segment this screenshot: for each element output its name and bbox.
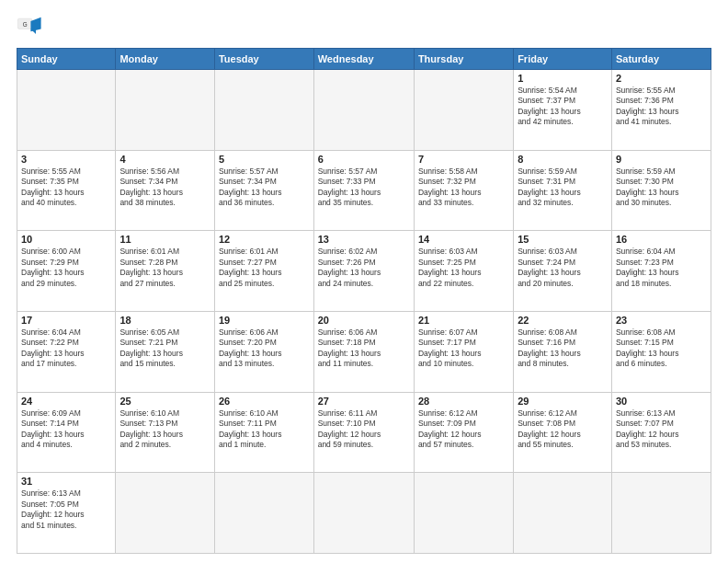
calendar-cell	[116, 473, 215, 554]
day-info: Sunrise: 6:13 AM Sunset: 7:05 PM Dayligh…	[21, 488, 111, 531]
day-number: 26	[219, 396, 310, 407]
generalblue-logo-icon: G	[17, 15, 42, 40]
day-info: Sunrise: 6:11 AM Sunset: 7:10 PM Dayligh…	[318, 408, 410, 451]
day-info: Sunrise: 6:00 AM Sunset: 7:29 PM Dayligh…	[21, 247, 111, 289]
day-info: Sunrise: 6:08 AM Sunset: 7:15 PM Dayligh…	[616, 327, 707, 370]
day-info: Sunrise: 6:06 AM Sunset: 7:20 PM Dayligh…	[219, 327, 310, 370]
day-number: 10	[21, 234, 111, 245]
calendar-cell: 20Sunrise: 6:06 AM Sunset: 7:18 PM Dayli…	[313, 311, 414, 392]
svg-marker-3	[30, 29, 36, 34]
calendar-cell: 19Sunrise: 6:06 AM Sunset: 7:20 PM Dayli…	[214, 311, 313, 392]
day-number: 11	[119, 234, 210, 245]
logo: G	[17, 15, 46, 40]
day-info: Sunrise: 6:06 AM Sunset: 7:18 PM Dayligh…	[318, 327, 410, 370]
calendar-table: SundayMondayTuesdayWednesdayThursdayFrid…	[17, 48, 711, 554]
calendar-cell: 17Sunrise: 6:04 AM Sunset: 7:22 PM Dayli…	[17, 311, 116, 392]
day-number: 9	[616, 154, 707, 165]
day-info: Sunrise: 6:07 AM Sunset: 7:17 PM Dayligh…	[418, 327, 509, 370]
calendar-cell	[17, 70, 116, 151]
calendar-cell	[116, 70, 215, 151]
day-number: 4	[119, 154, 210, 165]
day-number: 21	[418, 315, 509, 326]
day-info: Sunrise: 6:05 AM Sunset: 7:21 PM Dayligh…	[119, 327, 210, 370]
day-info: Sunrise: 6:04 AM Sunset: 7:22 PM Dayligh…	[21, 327, 111, 370]
day-info: Sunrise: 6:01 AM Sunset: 7:27 PM Dayligh…	[219, 247, 310, 289]
calendar-cell: 31Sunrise: 6:13 AM Sunset: 7:05 PM Dayli…	[17, 473, 116, 554]
day-number: 18	[119, 315, 210, 326]
day-info: Sunrise: 5:57 AM Sunset: 7:34 PM Dayligh…	[219, 167, 310, 209]
calendar-cell: 28Sunrise: 6:12 AM Sunset: 7:09 PM Dayli…	[414, 392, 513, 473]
day-number: 31	[21, 476, 111, 487]
day-info: Sunrise: 6:03 AM Sunset: 7:24 PM Dayligh…	[518, 247, 608, 289]
day-number: 16	[616, 234, 707, 245]
calendar-cell	[414, 70, 513, 151]
calendar-cell	[313, 70, 414, 151]
calendar-week-4: 17Sunrise: 6:04 AM Sunset: 7:22 PM Dayli…	[17, 311, 711, 392]
calendar-cell: 5Sunrise: 5:57 AM Sunset: 7:34 PM Daylig…	[214, 150, 313, 231]
calendar-cell: 3Sunrise: 5:55 AM Sunset: 7:35 PM Daylig…	[17, 150, 116, 231]
day-info: Sunrise: 5:57 AM Sunset: 7:33 PM Dayligh…	[318, 167, 410, 209]
calendar-week-2: 3Sunrise: 5:55 AM Sunset: 7:35 PM Daylig…	[17, 150, 711, 231]
calendar-cell: 27Sunrise: 6:11 AM Sunset: 7:10 PM Dayli…	[313, 392, 414, 473]
calendar-cell: 13Sunrise: 6:02 AM Sunset: 7:26 PM Dayli…	[313, 231, 414, 312]
day-number: 7	[418, 154, 509, 165]
day-number: 23	[616, 315, 707, 326]
calendar-week-3: 10Sunrise: 6:00 AM Sunset: 7:29 PM Dayli…	[17, 231, 711, 312]
day-number: 12	[219, 234, 310, 245]
calendar-cell: 11Sunrise: 6:01 AM Sunset: 7:28 PM Dayli…	[116, 231, 215, 312]
calendar-cell: 21Sunrise: 6:07 AM Sunset: 7:17 PM Dayli…	[414, 311, 513, 392]
calendar-cell: 23Sunrise: 6:08 AM Sunset: 7:15 PM Dayli…	[611, 311, 711, 392]
calendar-week-5: 24Sunrise: 6:09 AM Sunset: 7:14 PM Dayli…	[17, 392, 711, 473]
day-info: Sunrise: 6:09 AM Sunset: 7:14 PM Dayligh…	[21, 408, 111, 451]
day-number: 20	[318, 315, 410, 326]
calendar-cell: 15Sunrise: 6:03 AM Sunset: 7:24 PM Dayli…	[514, 231, 612, 312]
header: G	[17, 15, 711, 40]
weekday-header-row: SundayMondayTuesdayWednesdayThursdayFrid…	[17, 49, 711, 70]
day-number: 22	[518, 315, 608, 326]
day-info: Sunrise: 5:55 AM Sunset: 7:35 PM Dayligh…	[21, 167, 111, 209]
weekday-wednesday: Wednesday	[313, 49, 414, 70]
weekday-saturday: Saturday	[611, 49, 711, 70]
svg-text:G: G	[23, 21, 28, 28]
day-info: Sunrise: 6:13 AM Sunset: 7:07 PM Dayligh…	[616, 408, 707, 451]
calendar-cell	[214, 473, 313, 554]
day-info: Sunrise: 5:59 AM Sunset: 7:31 PM Dayligh…	[518, 167, 608, 209]
calendar-week-6: 31Sunrise: 6:13 AM Sunset: 7:05 PM Dayli…	[17, 473, 711, 554]
day-number: 24	[21, 396, 111, 407]
calendar-cell: 14Sunrise: 6:03 AM Sunset: 7:25 PM Dayli…	[414, 231, 513, 312]
day-info: Sunrise: 6:02 AM Sunset: 7:26 PM Dayligh…	[318, 247, 410, 289]
calendar-cell: 12Sunrise: 6:01 AM Sunset: 7:27 PM Dayli…	[214, 231, 313, 312]
calendar-cell: 25Sunrise: 6:10 AM Sunset: 7:13 PM Dayli…	[116, 392, 215, 473]
weekday-monday: Monday	[116, 49, 215, 70]
calendar-cell: 6Sunrise: 5:57 AM Sunset: 7:33 PM Daylig…	[313, 150, 414, 231]
day-info: Sunrise: 6:12 AM Sunset: 7:09 PM Dayligh…	[418, 408, 509, 451]
day-info: Sunrise: 5:55 AM Sunset: 7:36 PM Dayligh…	[616, 86, 707, 128]
day-number: 13	[318, 234, 410, 245]
weekday-thursday: Thursday	[414, 49, 513, 70]
calendar-cell: 2Sunrise: 5:55 AM Sunset: 7:36 PM Daylig…	[611, 70, 711, 151]
calendar-cell: 16Sunrise: 6:04 AM Sunset: 7:23 PM Dayli…	[611, 231, 711, 312]
day-info: Sunrise: 5:58 AM Sunset: 7:32 PM Dayligh…	[418, 167, 509, 209]
day-info: Sunrise: 6:10 AM Sunset: 7:11 PM Dayligh…	[219, 408, 310, 451]
day-number: 29	[518, 396, 608, 407]
calendar-cell: 26Sunrise: 6:10 AM Sunset: 7:11 PM Dayli…	[214, 392, 313, 473]
day-number: 28	[418, 396, 509, 407]
day-number: 1	[518, 73, 608, 84]
calendar-week-1: 1Sunrise: 5:54 AM Sunset: 7:37 PM Daylig…	[17, 70, 711, 151]
day-number: 30	[616, 396, 707, 407]
day-info: Sunrise: 5:59 AM Sunset: 7:30 PM Dayligh…	[616, 167, 707, 209]
calendar-cell	[214, 70, 313, 151]
day-number: 3	[21, 154, 111, 165]
calendar-cell	[514, 473, 612, 554]
day-info: Sunrise: 5:54 AM Sunset: 7:37 PM Dayligh…	[518, 86, 608, 128]
calendar-cell: 7Sunrise: 5:58 AM Sunset: 7:32 PM Daylig…	[414, 150, 513, 231]
day-number: 15	[518, 234, 608, 245]
calendar-cell: 29Sunrise: 6:12 AM Sunset: 7:08 PM Dayli…	[514, 392, 612, 473]
day-number: 25	[119, 396, 210, 407]
day-number: 6	[318, 154, 410, 165]
calendar-cell: 8Sunrise: 5:59 AM Sunset: 7:31 PM Daylig…	[514, 150, 612, 231]
weekday-tuesday: Tuesday	[214, 49, 313, 70]
day-info: Sunrise: 6:04 AM Sunset: 7:23 PM Dayligh…	[616, 247, 707, 289]
day-number: 8	[518, 154, 608, 165]
calendar-cell	[313, 473, 414, 554]
